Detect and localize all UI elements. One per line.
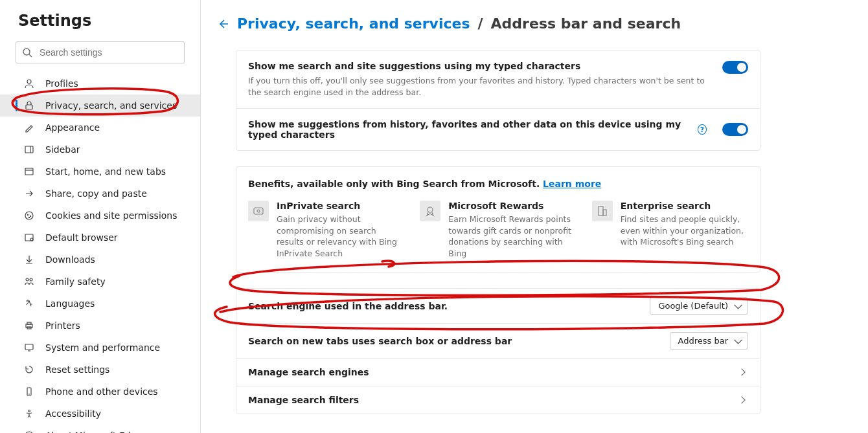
row-title-text: Show me suggestions from history, favori…	[248, 119, 692, 140]
sidebar-item-share[interactable]: Share, copy and paste	[0, 183, 200, 205]
sidebar-item-about[interactable]: About Microsoft Edge	[0, 425, 200, 433]
panel-icon	[23, 144, 35, 155]
system-icon	[23, 342, 35, 353]
sidebar-item-system[interactable]: System and performance	[0, 337, 200, 359]
sidebar-item-printers[interactable]: Printers	[0, 315, 200, 337]
sidebar-item-start[interactable]: Start, home, and new tabs	[0, 161, 200, 183]
suggestions-card: Show me search and site suggestions usin…	[236, 50, 760, 151]
sidebar-item-label: Appearance	[45, 122, 100, 133]
search-options-card: Search engine used in the address bar. G…	[236, 288, 760, 414]
row-title: Show me search and site suggestions usin…	[248, 61, 707, 71]
sidebar-item-family[interactable]: Family safety	[0, 271, 200, 293]
svg-rect-19	[25, 344, 33, 350]
back-button[interactable]	[216, 17, 229, 30]
search-settings-wrap	[16, 41, 185, 63]
help-icon[interactable]: ?	[698, 124, 707, 135]
breadcrumb-parent-link[interactable]: Privacy, search, and services	[237, 16, 470, 32]
row-label: Manage search engines	[248, 367, 369, 377]
sidebar-item-privacy[interactable]: Privacy, search, and services	[0, 94, 200, 117]
sidebar-item-label: Profiles	[45, 78, 78, 89]
dropdown-value: Google (Default)	[658, 301, 728, 311]
sidebar-item-default-browser[interactable]: Default browser	[0, 227, 200, 249]
benefits-grid: InPrivate search Gain privacy without co…	[236, 192, 760, 272]
row-desc: If you turn this off, you'll only see su…	[248, 75, 707, 98]
benefits-card: Benefits, available only with Bing Searc…	[236, 166, 760, 272]
row-manage-engines[interactable]: Manage search engines	[236, 359, 760, 386]
benefit-title: Microsoft Rewards	[448, 201, 576, 211]
family-icon	[23, 276, 35, 287]
row-new-tab-search: Search on new tabs uses search box or ad…	[236, 324, 760, 359]
svg-rect-29	[603, 210, 606, 216]
benefits-heading-text: Benefits, available only with Bing Searc…	[248, 179, 543, 189]
toggle-history-suggestions[interactable]	[722, 123, 748, 136]
svg-point-14	[26, 278, 29, 281]
svg-rect-28	[599, 206, 603, 216]
language-icon	[23, 298, 35, 309]
breadcrumb: Privacy, search, and services / Address …	[216, 16, 829, 32]
rewards-icon	[420, 201, 440, 221]
sidebar-item-label: Sidebar	[45, 144, 80, 155]
sidebar-item-appearance[interactable]: Appearance	[0, 117, 200, 139]
sidebar-item-downloads[interactable]: Downloads	[0, 249, 200, 271]
share-icon	[23, 188, 35, 199]
learn-more-link[interactable]: Learn more	[543, 179, 601, 189]
breadcrumb-separator: /	[478, 16, 483, 32]
sidebar-item-languages[interactable]: Languages	[0, 293, 200, 315]
benefit-title: Enterprise search	[621, 201, 748, 211]
row-search-engine: Search engine used in the address bar. G…	[236, 289, 760, 324]
settings-title: Settings	[18, 12, 200, 30]
svg-rect-6	[25, 168, 33, 175]
row-manage-filters[interactable]: Manage search filters	[236, 386, 760, 414]
benefits-heading: Benefits, available only with Bing Searc…	[236, 167, 760, 192]
sidebar-item-profiles[interactable]: Profiles	[0, 72, 200, 94]
sidebar-item-cookies[interactable]: Cookies and site permissions	[0, 205, 200, 227]
settings-sidebar: Settings Profiles Privacy, search, and s…	[0, 0, 201, 433]
sidebar-item-label: System and performance	[45, 342, 160, 353]
row-label: Search on new tabs uses search box or ad…	[248, 336, 512, 346]
search-settings-input[interactable]	[16, 41, 185, 63]
search-engine-dropdown[interactable]: Google (Default)	[650, 297, 748, 315]
svg-point-27	[428, 207, 433, 212]
benefit-desc: Find sites and people quickly, even with…	[621, 214, 748, 248]
svg-point-13	[30, 238, 33, 241]
newtab-search-dropdown[interactable]: Address bar	[670, 332, 748, 350]
sidebar-item-label: Privacy, search, and services	[45, 100, 177, 111]
svg-rect-25	[254, 208, 263, 214]
accessibility-icon	[23, 408, 35, 419]
benefit-inprivate: InPrivate search Gain privacy without co…	[248, 201, 404, 259]
browser-icon	[23, 232, 35, 243]
edge-icon	[23, 430, 35, 433]
settings-nav: Profiles Privacy, search, and services A…	[0, 72, 200, 433]
chevron-right-icon	[738, 368, 745, 375]
sidebar-item-accessibility[interactable]: Accessibility	[0, 403, 200, 425]
printer-icon	[23, 320, 35, 331]
svg-rect-12	[25, 234, 33, 241]
sidebar-item-sidebar[interactable]: Sidebar	[0, 139, 200, 161]
svg-point-2	[27, 80, 31, 83]
svg-rect-4	[25, 146, 33, 153]
benefit-desc: Earn Microsoft Rewards points towards gi…	[448, 214, 576, 259]
svg-point-23	[29, 410, 30, 412]
lock-icon	[23, 100, 35, 111]
sidebar-item-label: Cookies and site permissions	[45, 210, 177, 221]
benefit-rewards: Microsoft Rewards Earn Microsoft Rewards…	[420, 201, 576, 259]
row-label: Manage search filters	[248, 395, 359, 405]
sidebar-item-phone[interactable]: Phone and other devices	[0, 381, 200, 403]
sidebar-item-label: Accessibility	[45, 408, 101, 419]
svg-point-11	[29, 217, 29, 217]
search-icon	[22, 47, 32, 58]
sidebar-item-label: Default browser	[45, 232, 118, 243]
svg-rect-3	[26, 105, 32, 109]
sidebar-item-label: Start, home, and new tabs	[45, 166, 166, 177]
sidebar-item-label: Reset settings	[45, 364, 109, 375]
home-icon	[23, 166, 35, 177]
sidebar-item-label: Share, copy and paste	[45, 188, 147, 199]
suggestion-row-typed: Show me search and site suggestions usin…	[236, 50, 760, 108]
benefit-enterprise: Enterprise search Find sites and people …	[592, 201, 748, 259]
sidebar-item-reset[interactable]: Reset settings	[0, 359, 200, 381]
sidebar-item-label: About Microsoft Edge	[45, 430, 142, 433]
paint-icon	[23, 122, 35, 133]
toggle-typed-suggestions[interactable]	[722, 61, 748, 74]
reset-icon	[23, 364, 35, 375]
benefit-title: InPrivate search	[277, 201, 404, 211]
